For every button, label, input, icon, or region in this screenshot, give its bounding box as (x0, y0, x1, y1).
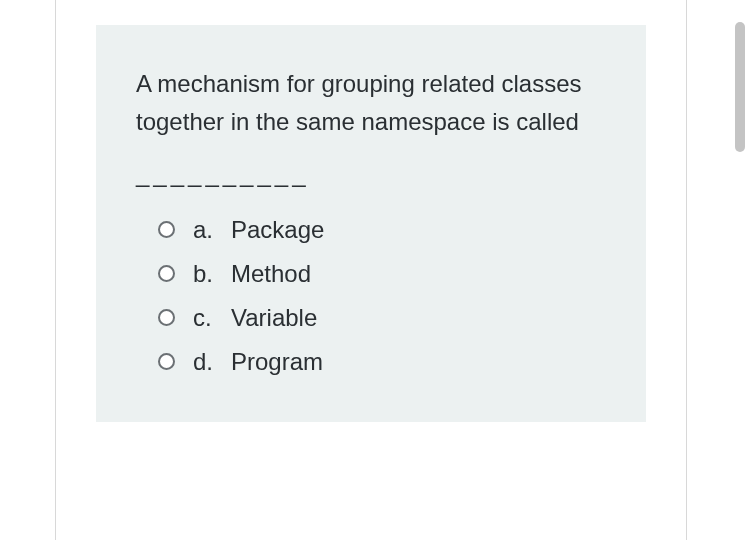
option-a[interactable]: a. Package (158, 216, 606, 244)
radio-a[interactable] (158, 221, 175, 238)
question-frame: A mechanism for grouping related classes… (55, 0, 687, 540)
radio-c[interactable] (158, 309, 175, 326)
blank-line: __________ (136, 160, 606, 188)
option-letter: a. (193, 216, 223, 244)
radio-b[interactable] (158, 265, 175, 282)
radio-d[interactable] (158, 353, 175, 370)
option-d[interactable]: d. Program (158, 348, 606, 376)
option-letter: b. (193, 260, 223, 288)
option-b[interactable]: b. Method (158, 260, 606, 288)
option-letter: d. (193, 348, 223, 376)
option-text: Package (231, 216, 324, 244)
question-card: A mechanism for grouping related classes… (96, 25, 646, 422)
options-list: a. Package b. Method c. Variable d. Prog… (136, 216, 606, 376)
scrollbar-thumb[interactable] (735, 22, 745, 152)
option-text: Variable (231, 304, 317, 332)
option-text: Program (231, 348, 323, 376)
option-c[interactable]: c. Variable (158, 304, 606, 332)
question-text: A mechanism for grouping related classes… (136, 65, 606, 142)
option-letter: c. (193, 304, 223, 332)
option-text: Method (231, 260, 311, 288)
